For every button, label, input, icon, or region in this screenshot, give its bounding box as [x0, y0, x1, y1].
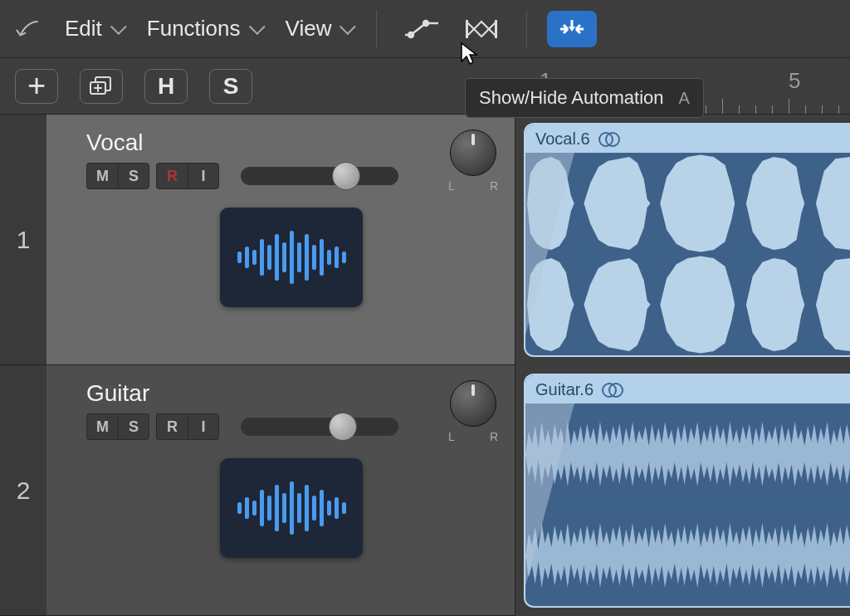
automation-toggle-button[interactable]	[397, 11, 447, 47]
mute-button[interactable]: M	[86, 413, 118, 440]
input-monitor-button[interactable]: I	[188, 163, 219, 189]
pan-knob[interactable]	[450, 380, 496, 427]
stereo-icon	[602, 383, 622, 396]
functions-menu[interactable]: Functions	[142, 12, 266, 45]
track-name-label[interactable]: Guitar	[86, 380, 496, 407]
stereo-icon	[598, 132, 618, 145]
volume-slider-thumb[interactable]	[329, 413, 357, 441]
audio-region-guitar[interactable]: Guitar.6	[524, 374, 850, 608]
track-number-column: 1 2	[0, 115, 46, 616]
volume-slider-thumb[interactable]	[332, 162, 360, 190]
region-name-label: Vocal.6	[535, 130, 590, 149]
track-area: 1 2 Vocal M S R I LR	[0, 115, 850, 616]
add-track-button[interactable]: +	[15, 69, 58, 104]
toolbar-separator	[376, 10, 377, 48]
chevron-down-icon	[248, 18, 265, 35]
ruler-mark: 5	[789, 68, 800, 94]
pan-labels: LR	[448, 430, 498, 443]
tooltip: Show/Hide Automation A	[465, 78, 704, 118]
edit-menu-label: Edit	[65, 16, 102, 42]
hide-tracks-button[interactable]: H	[144, 69, 188, 104]
volume-slider[interactable]	[241, 418, 398, 436]
solo-button[interactable]: S	[118, 163, 149, 189]
waveform-right	[525, 254, 850, 355]
chevron-down-icon	[110, 18, 127, 35]
waveform-right	[525, 505, 850, 606]
view-menu-label: View	[286, 16, 332, 42]
solo-button[interactable]: S	[118, 413, 149, 440]
flex-toggle-button[interactable]	[457, 11, 506, 47]
record-enable-button[interactable]: R	[156, 413, 188, 440]
toolbar-icon-group	[397, 11, 506, 47]
track-icon[interactable]	[220, 458, 363, 558]
track-number[interactable]: 2	[0, 365, 46, 616]
track-header-column: Vocal M S R I LR	[46, 115, 515, 616]
track-header-vocal[interactable]: Vocal M S R I LR	[46, 115, 515, 365]
track-number[interactable]: 1	[0, 115, 46, 365]
waveform-left	[525, 403, 850, 505]
waveform-icon	[237, 231, 346, 284]
back-curve-button[interactable]	[15, 14, 45, 44]
waveform-icon	[237, 482, 346, 535]
waveform-left	[525, 153, 850, 254]
pan-labels: LR	[448, 179, 498, 193]
svg-rect-3	[495, 20, 497, 38]
track-header-guitar[interactable]: Guitar M S R I LR	[46, 365, 515, 616]
solo-tracks-button[interactable]: S	[209, 69, 252, 104]
volume-slider[interactable]	[241, 167, 398, 185]
audio-region-vocal[interactable]: Vocal.6	[524, 123, 850, 357]
record-enable-button[interactable]: R	[156, 163, 188, 189]
toolbar-separator	[526, 10, 527, 48]
tooltip-text: Show/Hide Automation	[479, 87, 664, 109]
svg-rect-2	[466, 20, 468, 38]
mute-button[interactable]: M	[86, 163, 118, 189]
view-menu[interactable]: View	[281, 12, 357, 45]
region-name-label: Guitar.6	[535, 380, 594, 399]
arrange-area[interactable]: Vocal.6 Guitar.6	[515, 115, 850, 616]
functions-menu-label: Functions	[147, 16, 241, 42]
main-toolbar: Edit Functions View	[0, 0, 850, 58]
tooltip-shortcut: A	[679, 89, 690, 108]
pan-knob[interactable]	[450, 130, 496, 176]
region-header[interactable]: Guitar.6	[525, 375, 850, 403]
chevron-down-icon	[340, 18, 356, 35]
track-name-label[interactable]: Vocal	[86, 130, 496, 156]
catch-playhead-button[interactable]	[547, 11, 597, 47]
duplicate-track-button[interactable]	[80, 69, 123, 104]
region-header[interactable]: Vocal.6	[525, 125, 850, 153]
input-monitor-button[interactable]: I	[188, 413, 219, 440]
track-icon[interactable]	[220, 208, 363, 307]
edit-menu[interactable]: Edit	[60, 12, 127, 45]
